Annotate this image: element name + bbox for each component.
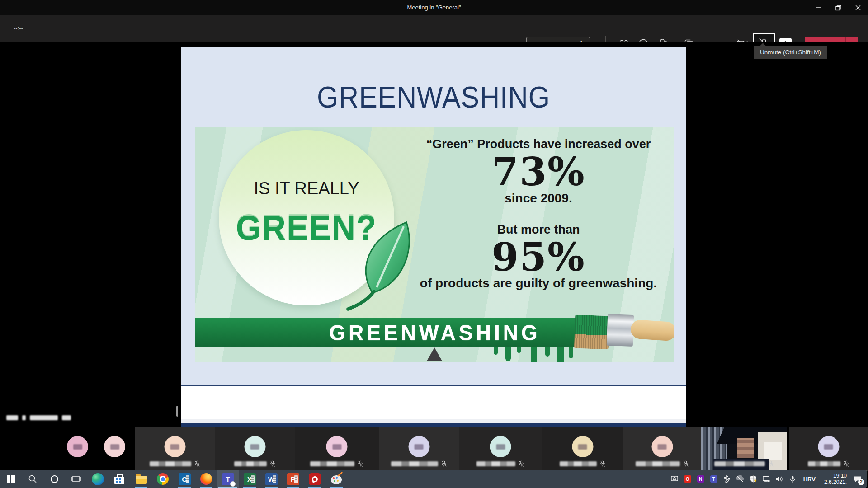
stat1-note: since 2009. xyxy=(403,191,674,206)
participant-name-blurred xyxy=(476,461,515,466)
taskbar-store-icon[interactable] xyxy=(108,470,130,488)
paint-drip xyxy=(569,347,573,358)
taskbar-firefox-icon[interactable] xyxy=(195,470,217,488)
unmute-tooltip: Unmute (Ctrl+Shift+M) xyxy=(754,46,827,59)
presenter-label-blurred xyxy=(6,413,71,422)
teams-tray-icon[interactable]: T xyxy=(709,470,719,488)
volume-icon[interactable] xyxy=(774,470,784,488)
participant-tile[interactable] xyxy=(542,427,623,470)
participant-filmstrip xyxy=(0,427,868,470)
taskbar-explorer-icon[interactable] xyxy=(130,470,152,488)
teams-icon: T xyxy=(222,473,234,485)
acrobat-icon xyxy=(309,473,321,485)
task-view-button[interactable] xyxy=(65,470,87,488)
notification-badge: 2 xyxy=(858,479,864,485)
blurred-initials xyxy=(332,444,341,450)
participant-name-blurred xyxy=(391,461,438,466)
taskbar-acrobat-icon[interactable] xyxy=(304,470,326,488)
mic-off-small-icon xyxy=(683,460,689,467)
taskbar-clock[interactable]: 19:10 2.6.2021. xyxy=(821,473,849,485)
banner-text: GREENWASHING xyxy=(308,317,561,348)
start-button[interactable] xyxy=(0,470,22,488)
participant-tile[interactable] xyxy=(623,427,701,470)
participant-name-blurred xyxy=(560,461,597,466)
minimize-button[interactable] xyxy=(808,0,828,15)
presentation-slide: GREENWASHING IS IT REALLY GREEN? xyxy=(181,47,686,386)
paint-drip xyxy=(517,347,521,353)
participant-tile[interactable] xyxy=(459,427,542,470)
pointer-triangle xyxy=(427,347,442,361)
defender-warning-icon[interactable] xyxy=(748,470,758,488)
taskbar-word-icon[interactable]: W xyxy=(260,470,282,488)
onenote-clipper-icon[interactable]: N xyxy=(696,470,706,488)
meeting-timer: --:-- xyxy=(14,15,23,42)
mic-off-small-icon xyxy=(269,460,276,467)
restore-button[interactable] xyxy=(828,0,848,15)
window-titlebar: Meeting in "General" xyxy=(0,0,868,15)
scrollbar-thumb[interactable] xyxy=(176,406,178,417)
chrome-icon xyxy=(157,473,169,485)
minimize-icon xyxy=(816,5,821,10)
usb-icon[interactable] xyxy=(722,470,732,488)
participant-avatar xyxy=(651,436,673,457)
mic-off-small-icon xyxy=(518,460,524,467)
taskbar-date: 2.6.2021. xyxy=(824,479,847,485)
taskbar-teams-icon[interactable]: T xyxy=(217,470,239,488)
meeting-toolbar: --:-- Request control xyxy=(0,15,868,42)
tooltip-text: Unmute (Ctrl+Shift+M) xyxy=(760,49,821,56)
network-offline-icon[interactable] xyxy=(735,470,745,488)
blurred-initials xyxy=(578,444,587,450)
outlook-icon: O xyxy=(179,473,191,485)
notification-center-button[interactable]: 2 xyxy=(853,470,863,488)
mic-off-small-icon xyxy=(599,460,606,467)
blurred-initials xyxy=(496,444,505,450)
taskbar-edge-icon[interactable] xyxy=(87,470,108,488)
search-icon xyxy=(28,474,37,483)
taskbar-powerpoint-icon[interactable]: P xyxy=(282,470,304,488)
restore-icon xyxy=(835,5,841,11)
firefox-icon xyxy=(200,473,212,485)
participant-avatar xyxy=(572,436,593,457)
participant-avatar xyxy=(408,436,429,457)
taskbar-outlook-icon[interactable]: O xyxy=(174,470,195,488)
excel-icon: X xyxy=(244,473,256,485)
paint-drip xyxy=(494,347,498,355)
participant-tile[interactable] xyxy=(789,427,868,470)
red-app-icon[interactable]: O xyxy=(683,470,693,488)
taskbar-excel-icon[interactable]: X xyxy=(239,470,260,488)
participant-tile[interactable] xyxy=(215,427,295,470)
taskbar-time: 19:10 xyxy=(824,473,847,479)
participant-tile[interactable] xyxy=(379,427,459,470)
blurred-initials xyxy=(170,444,179,450)
shared-screen-window: GREENWASHING IS IT REALLY GREEN? xyxy=(181,47,686,440)
taskbar-chrome-icon[interactable] xyxy=(152,470,174,488)
language-indicator[interactable]: HRV xyxy=(801,476,818,483)
participant-name-blurred xyxy=(150,461,191,466)
document-background xyxy=(181,386,686,419)
document-strip xyxy=(181,419,686,423)
taskbar-search-button[interactable] xyxy=(22,470,43,488)
participant-avatar[interactable] xyxy=(67,436,88,457)
participant-name-blurred xyxy=(808,461,840,466)
participant-tile[interactable] xyxy=(295,427,379,470)
microphone-icon[interactable] xyxy=(788,470,797,488)
word-icon: W xyxy=(265,473,278,485)
participant-tile[interactable] xyxy=(135,427,215,470)
close-button[interactable] xyxy=(848,0,868,15)
blurred-initials xyxy=(250,444,259,450)
presence-dot xyxy=(230,481,236,487)
cortana-button[interactable] xyxy=(43,470,65,488)
paintbrush-bristles xyxy=(574,315,610,350)
participant-video-tile[interactable] xyxy=(701,427,787,470)
participant-avatar[interactable] xyxy=(104,436,125,457)
edge-icon xyxy=(92,473,104,485)
mic-off-small-icon xyxy=(194,460,200,467)
blurred-initials xyxy=(415,444,424,450)
cortana-icon xyxy=(51,475,58,483)
ethernet-icon[interactable] xyxy=(761,470,771,488)
show-desktop-button[interactable] xyxy=(866,470,868,488)
paintbrush-handle xyxy=(630,319,674,342)
meet-now-icon[interactable] xyxy=(670,470,679,488)
powerpoint-icon: P xyxy=(287,473,299,485)
taskbar-paint3d-icon[interactable] xyxy=(326,470,347,488)
